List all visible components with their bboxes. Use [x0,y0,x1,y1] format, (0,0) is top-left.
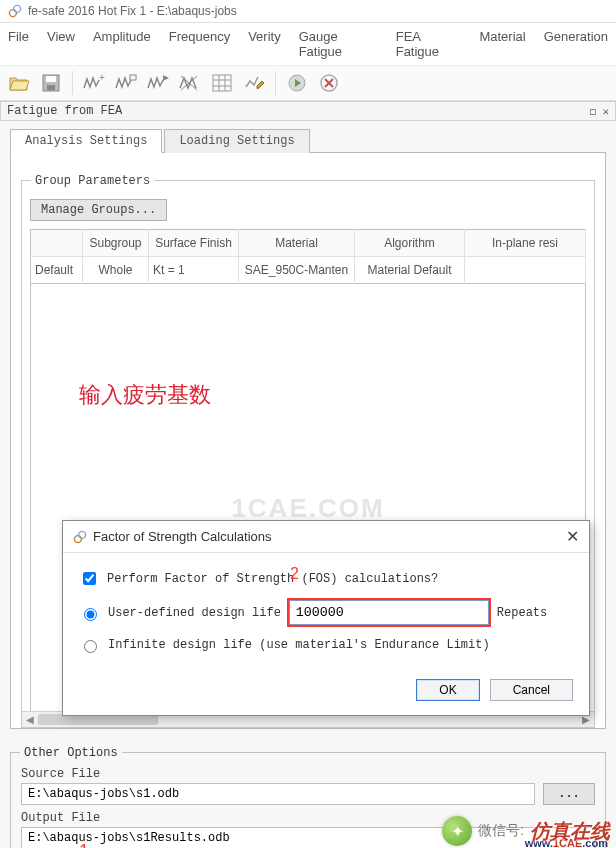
manage-groups-button[interactable]: Manage Groups... [30,199,167,221]
group-table: Subgroup Surface Finish Material Algorit… [30,229,586,284]
window-title: fe-safe 2016 Hot Fix 1 - E:\abaqus-jobs [28,4,237,18]
other-options-legend: Other Options [20,746,122,760]
menu-frequency[interactable]: Frequency [169,29,230,59]
svg-point-0 [9,10,16,17]
menu-file[interactable]: File [8,29,29,59]
grid-icon[interactable] [209,70,235,96]
wechat-icon: ✦ [442,816,472,846]
design-life-input[interactable] [289,600,489,625]
fos-dialog: Factor of Strength Calculations ✕ Perfor… [62,520,590,716]
source-file-input[interactable] [21,783,535,805]
signal-cross-icon[interactable] [177,70,203,96]
source-browse-button[interactable]: ... [543,783,595,805]
repeats-label: Repeats [497,606,547,620]
watermark-text: 1CAE.COM [231,492,384,523]
infinite-life-radio[interactable] [84,640,97,653]
menu-view[interactable]: View [47,29,75,59]
source-file-label: Source File [21,767,595,781]
menu-fea-fatigue[interactable]: FEA Fatigue [396,29,462,59]
menu-gauge-fatigue[interactable]: Gauge Fatigue [299,29,378,59]
svg-rect-6 [130,75,136,80]
svg-marker-7 [163,75,169,81]
ok-button[interactable]: OK [416,679,479,701]
svg-point-1 [14,5,21,12]
tab-loading-settings[interactable]: Loading Settings [164,129,309,153]
annotation-1: 1 [79,841,89,848]
menubar: File View Amplitude Frequency Verity Gau… [0,23,616,66]
panel-undock-icon[interactable]: ◻ [590,105,597,118]
annotation-2: 2 [290,565,299,583]
panel-header: Fatigue from FEA ◻ ✕ [0,101,616,121]
svg-text:+: + [99,73,105,83]
window-titlebar: fe-safe 2016 Hot Fix 1 - E:\abaqus-jobs [0,0,616,23]
svg-rect-10 [213,75,231,91]
chart-edit-icon[interactable] [241,70,267,96]
menu-material[interactable]: Material [479,29,525,59]
app-logo-icon [8,4,22,18]
dialog-titlebar: Factor of Strength Calculations ✕ [63,521,589,553]
run-icon[interactable] [284,70,310,96]
perform-fos-label: Perform Factor of Strength (FOS) calcula… [107,572,438,586]
tab-analysis-settings[interactable]: Analysis Settings [10,129,162,153]
user-defined-radio[interactable] [84,608,97,621]
svg-point-21 [79,531,86,538]
open-icon[interactable] [6,70,32,96]
cancel-button[interactable]: Cancel [490,679,573,701]
perform-fos-checkbox[interactable] [83,572,96,585]
menu-generation[interactable]: Generation [544,29,608,59]
signal-config-icon[interactable] [113,70,139,96]
panel-title: Fatigue from FEA [7,104,122,118]
stop-icon[interactable] [316,70,342,96]
save-icon[interactable] [38,70,64,96]
group-parameters-legend: Group Parameters [31,174,154,188]
dialog-close-icon[interactable]: ✕ [566,527,579,546]
user-defined-label: User-defined design life [108,606,281,620]
toolbar: + [0,66,616,101]
dialog-title: Factor of Strength Calculations [93,529,271,544]
infinite-life-label: Infinite design life (use material's End… [108,638,490,652]
brand-cn-text: 仿真在线 [530,818,610,845]
menu-amplitude[interactable]: Amplitude [93,29,151,59]
svg-rect-3 [46,76,56,82]
tab-row: Analysis Settings Loading Settings [10,129,606,153]
brand-overlay: ✦ 微信号: 仿真在线 [442,816,610,846]
panel-close-icon[interactable]: ✕ [602,105,609,118]
group-table-header: Subgroup Surface Finish Material Algorit… [31,230,586,257]
annotation-red-text: 输入疲劳基数 [79,380,211,410]
menu-verity[interactable]: Verity [248,29,281,59]
svg-rect-4 [47,85,55,90]
scroll-left-icon[interactable]: ◀ [22,714,38,725]
group-table-row[interactable]: Default Whole Kt = 1 SAE_950C-Manten Mat… [31,257,586,284]
signal-play-icon[interactable] [145,70,171,96]
wechat-label: 微信号: [478,822,524,840]
signal-add-icon[interactable]: + [81,70,107,96]
svg-point-20 [74,535,81,542]
dialog-logo-icon [73,530,87,544]
